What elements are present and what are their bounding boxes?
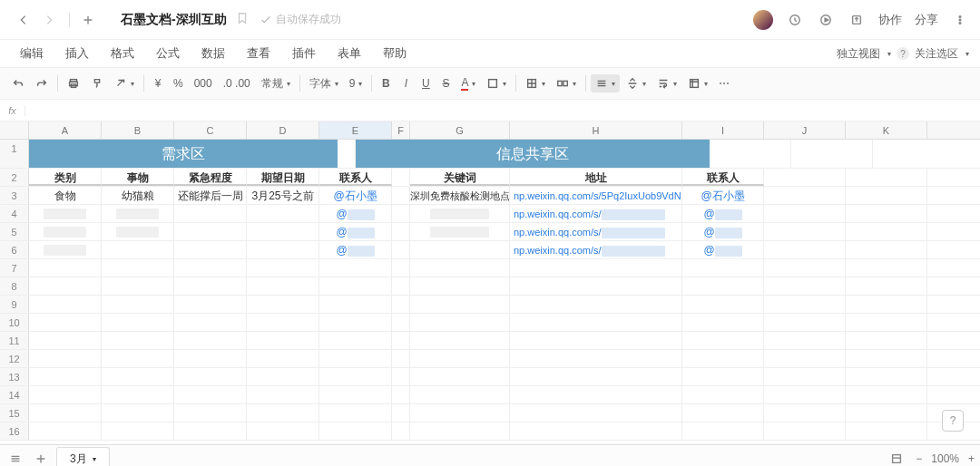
cell[interactable] (764, 422, 846, 440)
cell[interactable] (682, 314, 764, 331)
cell[interactable] (764, 259, 846, 277)
thousands-button[interactable]: 000 (190, 74, 217, 92)
history-icon[interactable] (786, 11, 804, 29)
cell[interactable]: 食物 (29, 187, 102, 204)
cell[interactable] (392, 350, 410, 367)
cell[interactable] (846, 386, 927, 403)
cell[interactable] (764, 241, 846, 258)
cell[interactable]: 还能撑后一周 (174, 187, 247, 204)
cell[interactable] (410, 368, 510, 385)
cell[interactable] (392, 277, 410, 295)
cell[interactable] (174, 422, 247, 440)
cell[interactable] (319, 332, 392, 349)
cell[interactable] (791, 140, 873, 168)
bold-button[interactable]: B (377, 74, 395, 92)
cell[interactable] (319, 259, 392, 277)
row-header[interactable]: 11 (0, 332, 29, 349)
cell[interactable] (102, 368, 174, 385)
cell[interactable] (247, 404, 319, 422)
cell[interactable] (510, 350, 682, 367)
cell[interactable] (410, 205, 510, 222)
cell[interactable] (247, 422, 319, 440)
cell[interactable] (682, 404, 764, 422)
cell[interactable] (392, 169, 410, 186)
cell[interactable] (247, 296, 319, 313)
cell[interactable] (29, 422, 102, 440)
cell[interactable] (102, 404, 174, 422)
text-color-button[interactable]: A▾ (456, 73, 480, 93)
cell[interactable]: 联系人 (319, 169, 392, 186)
cell[interactable] (247, 386, 319, 403)
row-header[interactable]: 8 (0, 277, 29, 295)
cell[interactable] (319, 314, 392, 331)
cell[interactable]: np.weixin.qq.com/s/ (510, 241, 682, 258)
cell[interactable]: @ (319, 241, 392, 258)
row-header[interactable]: 7 (0, 259, 29, 277)
col-header[interactable]: E (319, 121, 392, 139)
cell[interactable] (319, 422, 392, 440)
cell[interactable] (102, 314, 174, 331)
undo-button[interactable] (7, 74, 29, 92)
wrap-button[interactable]: ▾ (652, 74, 681, 92)
cell[interactable] (319, 350, 392, 367)
cell[interactable] (29, 332, 102, 349)
cell[interactable] (764, 296, 846, 313)
row-header[interactable]: 3 (0, 187, 29, 204)
col-header[interactable]: A (29, 121, 102, 139)
cell[interactable] (319, 386, 392, 403)
zoom-out-button[interactable]: − (916, 452, 922, 465)
cell[interactable] (29, 223, 102, 240)
cell[interactable] (392, 368, 410, 385)
font-family-button[interactable]: 字体▾ (305, 73, 343, 94)
cell[interactable] (29, 205, 102, 222)
currency-button[interactable]: ¥ (149, 74, 167, 92)
row-header[interactable]: 14 (0, 386, 29, 403)
cell[interactable] (392, 296, 410, 313)
view-mode-toggle[interactable]: 独立视图 (837, 46, 880, 62)
cell[interactable] (29, 404, 102, 422)
present-icon[interactable] (817, 11, 835, 29)
cell[interactable] (846, 332, 927, 349)
cell[interactable] (764, 350, 846, 367)
cell[interactable] (102, 350, 174, 367)
cell[interactable] (392, 205, 410, 222)
cell[interactable] (846, 187, 927, 204)
row-header[interactable]: 15 (0, 404, 29, 422)
col-header[interactable]: C (174, 121, 247, 139)
cell[interactable] (410, 259, 510, 277)
cell[interactable] (410, 404, 510, 422)
menu-insert[interactable]: 插入 (56, 43, 98, 64)
cell[interactable] (29, 368, 102, 385)
cell[interactable] (247, 368, 319, 385)
bookmark-icon[interactable] (236, 12, 249, 27)
cell[interactable] (174, 241, 247, 258)
cell[interactable] (846, 223, 927, 240)
cell[interactable] (102, 277, 174, 295)
cell[interactable] (247, 241, 319, 258)
row-header[interactable]: 13 (0, 368, 29, 385)
cell[interactable] (510, 277, 682, 295)
cell[interactable] (247, 223, 319, 240)
cell[interactable] (764, 169, 846, 186)
cell[interactable] (392, 187, 410, 204)
cell[interactable] (319, 404, 392, 422)
cell[interactable] (247, 314, 319, 331)
cell[interactable]: 关键词 (410, 169, 510, 186)
select-all-cell[interactable] (0, 121, 29, 139)
cell[interactable] (410, 223, 510, 240)
cell[interactable] (174, 386, 247, 403)
freeze-button[interactable]: ▾ (683, 74, 712, 92)
menu-view[interactable]: 查看 (238, 43, 279, 64)
redo-button[interactable] (31, 74, 53, 92)
cell[interactable] (764, 314, 846, 331)
cell[interactable] (510, 368, 682, 385)
row-header[interactable]: 2 (0, 169, 29, 186)
cell[interactable] (338, 140, 356, 168)
cell[interactable] (392, 404, 410, 422)
cell[interactable]: 地址 (510, 169, 682, 186)
cell[interactable]: @石小墨 (682, 187, 764, 204)
cell[interactable] (392, 314, 410, 331)
add-sheet-button[interactable] (31, 449, 51, 467)
cell[interactable] (29, 259, 102, 277)
row-header[interactable]: 16 (0, 422, 29, 440)
